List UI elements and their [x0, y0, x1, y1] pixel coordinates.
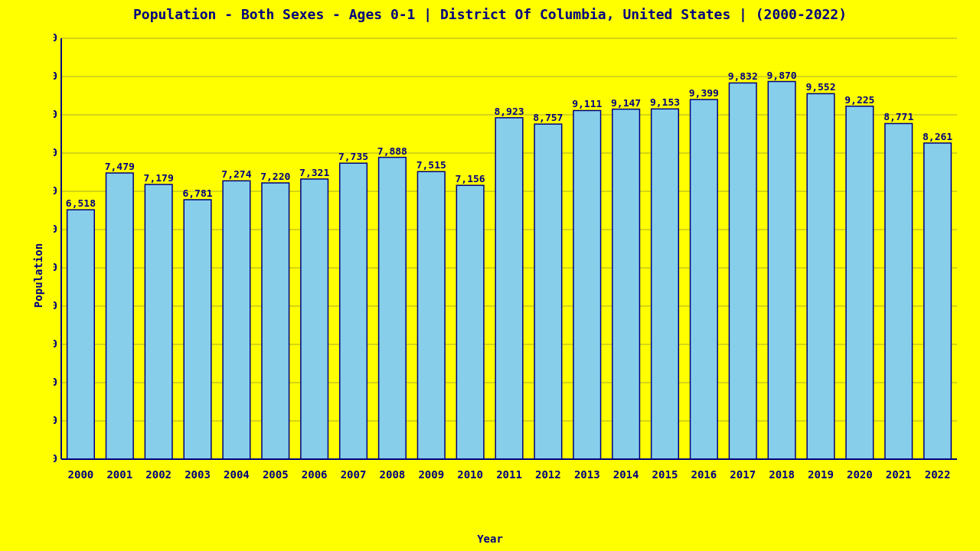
chart-title: Population - Both Sexes - Ages 0-1 | Dis…: [0, 0, 980, 25]
svg-text:2008: 2008: [380, 468, 406, 481]
svg-text:6,781: 6,781: [182, 187, 212, 199]
bar-chart: 01,0002,0003,0004,0005,0006,0007,0008,00…: [54, 31, 965, 497]
svg-text:2012: 2012: [535, 468, 561, 481]
svg-text:2018: 2018: [769, 468, 795, 481]
svg-text:2001: 2001: [106, 468, 132, 481]
svg-rect-54: [456, 185, 484, 459]
y-axis-label: Population: [32, 243, 44, 308]
svg-text:2015: 2015: [652, 468, 678, 481]
svg-text:6,000: 6,000: [54, 223, 57, 235]
svg-text:7,156: 7,156: [456, 173, 485, 184]
svg-text:7,515: 7,515: [416, 159, 446, 171]
chart-area: 01,0002,0003,0004,0005,0006,0007,0008,00…: [54, 31, 965, 497]
svg-text:9,153: 9,153: [650, 96, 680, 108]
svg-text:2017: 2017: [730, 468, 756, 481]
svg-text:2013: 2013: [574, 468, 600, 481]
svg-text:9,111: 9,111: [572, 98, 602, 109]
svg-text:2003: 2003: [185, 468, 211, 481]
svg-rect-27: [106, 173, 134, 459]
svg-rect-78: [768, 82, 795, 460]
svg-rect-72: [691, 99, 718, 459]
svg-text:6,518: 6,518: [66, 197, 96, 209]
svg-text:2005: 2005: [263, 468, 289, 481]
svg-rect-69: [652, 109, 679, 459]
svg-text:2011: 2011: [496, 468, 522, 481]
svg-text:7,888: 7,888: [377, 145, 407, 157]
svg-text:9,870: 9,870: [767, 70, 797, 81]
svg-rect-63: [573, 110, 601, 459]
svg-text:9,225: 9,225: [844, 94, 874, 106]
svg-text:2020: 2020: [847, 468, 873, 481]
svg-text:2014: 2014: [613, 468, 639, 481]
svg-rect-24: [67, 210, 95, 459]
svg-rect-90: [924, 143, 952, 459]
svg-text:7,000: 7,000: [54, 184, 57, 197]
svg-rect-42: [301, 179, 328, 459]
svg-text:9,832: 9,832: [728, 70, 758, 82]
svg-text:8,757: 8,757: [533, 112, 563, 123]
svg-rect-48: [379, 158, 407, 459]
svg-text:9,552: 9,552: [805, 81, 835, 93]
svg-text:2007: 2007: [341, 468, 367, 481]
svg-text:4,000: 4,000: [54, 299, 57, 311]
svg-text:7,179: 7,179: [144, 172, 174, 184]
svg-rect-84: [846, 106, 874, 459]
svg-text:9,147: 9,147: [611, 97, 641, 109]
svg-text:7,479: 7,479: [105, 161, 135, 172]
chart-container: Population - Both Sexes - Ages 0-1 | Dis…: [0, 0, 980, 551]
svg-rect-60: [534, 124, 562, 459]
svg-rect-39: [262, 183, 289, 459]
svg-text:2006: 2006: [302, 468, 328, 481]
svg-text:2010: 2010: [457, 468, 483, 481]
svg-text:8,261: 8,261: [923, 131, 952, 142]
svg-rect-81: [807, 93, 835, 459]
svg-text:2,000: 2,000: [54, 376, 57, 388]
svg-rect-45: [340, 163, 368, 459]
svg-text:8,000: 8,000: [54, 146, 57, 158]
svg-rect-33: [184, 200, 211, 459]
svg-text:2009: 2009: [418, 468, 444, 481]
svg-text:2002: 2002: [145, 468, 172, 481]
svg-text:2019: 2019: [808, 468, 834, 481]
svg-text:10,000: 10,000: [54, 70, 57, 82]
svg-rect-30: [145, 184, 172, 459]
svg-text:8,771: 8,771: [884, 111, 913, 122]
svg-text:8,923: 8,923: [494, 106, 524, 117]
svg-rect-36: [223, 181, 250, 459]
svg-text:9,000: 9,000: [54, 108, 57, 120]
svg-rect-51: [417, 171, 445, 459]
svg-text:5,000: 5,000: [54, 261, 57, 273]
svg-text:7,735: 7,735: [338, 151, 368, 162]
svg-rect-66: [612, 109, 640, 459]
svg-text:1,000: 1,000: [54, 414, 57, 426]
svg-rect-87: [885, 123, 913, 459]
svg-rect-75: [729, 83, 756, 459]
svg-text:11,000: 11,000: [54, 31, 57, 44]
svg-text:2000: 2000: [68, 468, 94, 481]
svg-text:0: 0: [54, 452, 57, 465]
svg-text:3,000: 3,000: [54, 337, 57, 350]
svg-rect-57: [495, 118, 523, 459]
svg-text:2022: 2022: [925, 468, 951, 481]
svg-text:2021: 2021: [886, 468, 912, 481]
svg-text:7,220: 7,220: [260, 171, 290, 182]
svg-text:7,321: 7,321: [299, 167, 329, 178]
svg-text:2004: 2004: [224, 468, 250, 481]
svg-text:2016: 2016: [691, 468, 717, 481]
svg-text:7,274: 7,274: [221, 168, 251, 180]
x-axis-label: Year: [477, 533, 503, 545]
svg-text:9,399: 9,399: [689, 87, 719, 99]
